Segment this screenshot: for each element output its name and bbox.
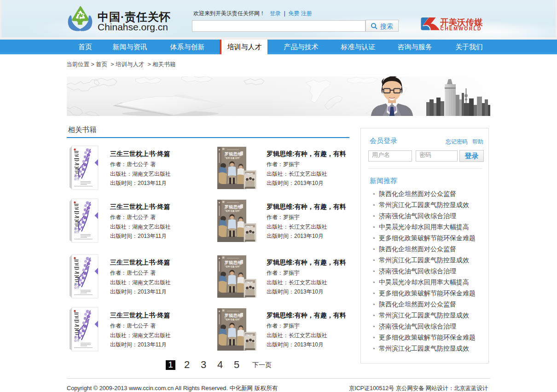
svg-text:CHEMWORLD: CHEMWORLD	[441, 26, 482, 31]
